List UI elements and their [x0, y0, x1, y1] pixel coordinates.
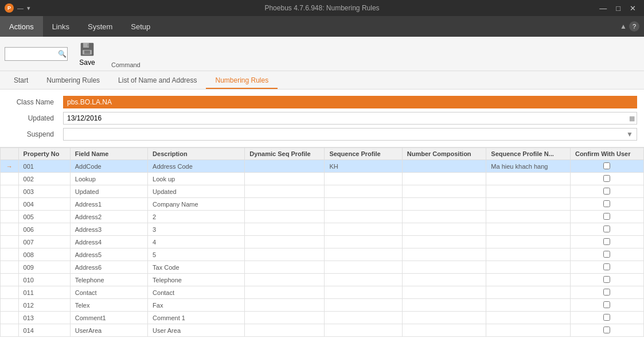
help-icon[interactable]: ? [629, 21, 639, 32]
menu-item-setup[interactable]: Setup [122, 16, 159, 37]
collapse-icon[interactable]: ▲ [620, 22, 627, 30]
table-row[interactable]: 002LookupLook up [1, 173, 644, 185]
cell-numComp [402, 236, 486, 248]
search-box[interactable]: 🔍 [5, 47, 68, 61]
cell-dynSeqProfile [245, 223, 325, 236]
confirm-user-checkbox[interactable] [603, 238, 610, 245]
cell-seqProfN [486, 236, 571, 248]
form-area: Class Name Updated ▦ Suspend ▼ [0, 90, 644, 147]
table-row[interactable]: 005Address22 [1, 211, 644, 223]
confirm-user-checkbox[interactable] [603, 213, 610, 220]
menu-item-system[interactable]: System [79, 16, 122, 37]
cell-numComp [402, 223, 486, 236]
table-row[interactable]: 009Address6Tax Code [1, 261, 644, 274]
updated-input[interactable] [63, 112, 637, 125]
table-row[interactable]: 004Address1Company Name [1, 198, 644, 211]
minimize-button[interactable]: — [596, 3, 610, 14]
window-control-arrow[interactable]: ▾ [27, 5, 30, 12]
cell-fieldName: Lookup [70, 173, 147, 185]
table-row[interactable]: 013Comment1Comment 1 [1, 312, 644, 324]
confirm-user-checkbox[interactable] [603, 314, 610, 321]
cell-seqProfN [486, 274, 571, 286]
updated-label: Updated [7, 114, 58, 122]
cell-propNo: 005 [18, 211, 70, 223]
cell-confirm-user [570, 160, 643, 173]
search-button[interactable]: 🔍 [56, 50, 69, 58]
class-name-input[interactable] [63, 96, 637, 108]
confirm-user-checkbox[interactable] [603, 162, 610, 169]
tab-numbering-rules-2[interactable]: Numbering Rules [206, 73, 278, 89]
table-row[interactable]: 007Address44 [1, 236, 644, 248]
table-row[interactable]: 003UpdatedUpdated [1, 185, 644, 198]
confirm-user-checkbox[interactable] [603, 263, 610, 270]
confirm-user-checkbox[interactable] [603, 276, 610, 283]
cell-dynSeqProfile [245, 211, 325, 223]
maximize-button[interactable]: □ [612, 3, 624, 14]
cell-propNo: 008 [18, 248, 70, 261]
cell-confirm-user [570, 223, 643, 236]
cell-seqProfN [486, 286, 571, 299]
cell-seqProfN [486, 185, 571, 198]
cell-numComp [402, 299, 486, 312]
menu-item-actions[interactable]: Actions [0, 16, 43, 37]
table-container: Property No Field Name Description Dynam… [0, 147, 644, 338]
table-row[interactable]: 006Address33 [1, 223, 644, 236]
cell-seqProfN: Ma hieu khach hang [486, 160, 571, 173]
cell-seqProfile [325, 312, 402, 324]
cell-propNo: 011 [18, 286, 70, 299]
cell-fieldName: Address5 [70, 248, 147, 261]
cell-confirm-user [570, 286, 643, 299]
tab-start[interactable]: Start [5, 73, 37, 89]
confirm-user-checkbox[interactable] [603, 200, 610, 207]
cell-seqProfile [325, 223, 402, 236]
row-indicator [1, 185, 19, 198]
command-label: Command [111, 61, 140, 71]
title-bar: P — ▾ Phoebus 4.7.6.948: Numbering Rules… [0, 0, 644, 16]
cell-confirm-user [570, 236, 643, 248]
confirm-user-checkbox[interactable] [603, 301, 610, 308]
cell-dynSeqProfile [245, 236, 325, 248]
cell-seqProfile [325, 236, 402, 248]
save-button[interactable]: Save [75, 39, 100, 69]
table-row[interactable]: 012TelexFax [1, 299, 644, 312]
row-indicator [1, 286, 19, 299]
cell-dynSeqProfile [245, 160, 325, 173]
calendar-icon: ▦ [629, 115, 635, 122]
cell-seqProfN [486, 299, 571, 312]
cell-seqProfile [325, 274, 402, 286]
cell-numComp [402, 173, 486, 185]
table-row[interactable]: 010TelephoneTelephone [1, 274, 644, 286]
cell-fieldName: Address3 [70, 223, 147, 236]
table-row[interactable]: 008Address55 [1, 248, 644, 261]
cell-numComp [402, 261, 486, 274]
cell-seqProfile [325, 211, 402, 223]
search-input[interactable] [5, 50, 56, 58]
confirm-user-checkbox[interactable] [603, 188, 610, 195]
confirm-user-checkbox[interactable] [603, 327, 610, 333]
cell-propNo: 007 [18, 236, 70, 248]
suspend-dropdown[interactable]: ▼ [63, 128, 637, 141]
updated-input-wrapper: ▦ [63, 112, 637, 125]
title-bar-left: P — ▾ [5, 3, 30, 13]
tab-list-name-address[interactable]: List of Name and Address [109, 73, 206, 89]
col-header-description: Description [148, 148, 245, 160]
row-indicator [1, 236, 19, 248]
cell-propNo: 002 [18, 173, 70, 185]
cell-propNo: 012 [18, 299, 70, 312]
cell-confirm-user [570, 173, 643, 185]
confirm-user-checkbox[interactable] [603, 289, 610, 296]
confirm-user-checkbox[interactable] [603, 226, 610, 232]
cell-description: 2 [148, 211, 245, 223]
table-row[interactable]: →001AddCodeAddress CodeKHMa hieu khach h… [1, 160, 644, 173]
close-button[interactable]: ✕ [626, 3, 639, 14]
tab-numbering-rules[interactable]: Numbering Rules [37, 73, 109, 89]
table-row[interactable]: 011ContactContact [1, 286, 644, 299]
window-control-dash[interactable]: — [17, 5, 24, 11]
cell-confirm-user [570, 198, 643, 211]
table-row[interactable]: 014UserAreaUser Area [1, 324, 644, 337]
confirm-user-checkbox[interactable] [603, 251, 610, 258]
confirm-user-checkbox[interactable] [603, 175, 610, 182]
col-header-dyn-seq: Dynamic Seq Profile [245, 148, 325, 160]
menu-item-links[interactable]: Links [43, 16, 79, 37]
cell-confirm-user [570, 211, 643, 223]
